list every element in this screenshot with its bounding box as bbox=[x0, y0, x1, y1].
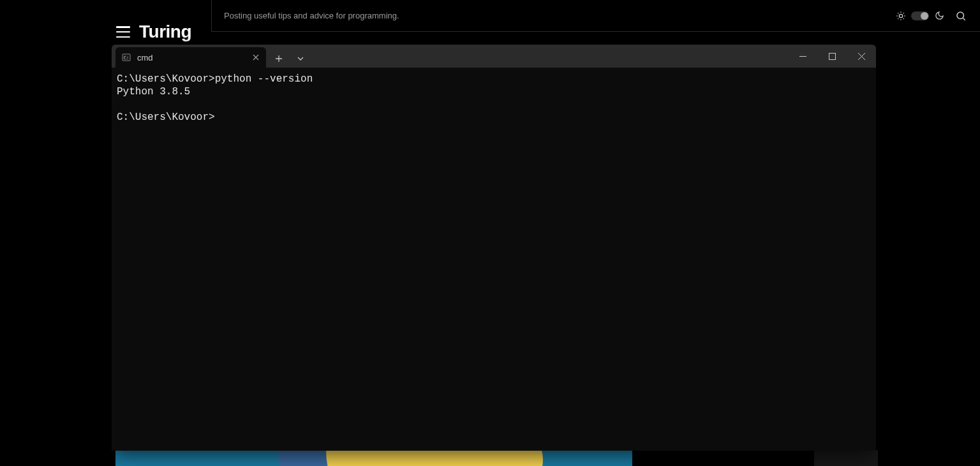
terminal-window: C: cmd bbox=[112, 45, 876, 451]
svg-text:C:: C: bbox=[124, 55, 129, 61]
background-image-peek bbox=[115, 450, 632, 466]
close-tab-icon[interactable] bbox=[251, 52, 261, 62]
header-icons bbox=[895, 10, 967, 22]
toggle-track[interactable] bbox=[911, 11, 929, 20]
terminal-line: Python 3.8.5 bbox=[117, 86, 190, 98]
svg-line-4 bbox=[903, 18, 904, 18]
terminal-titlebar[interactable]: C: cmd bbox=[112, 45, 876, 68]
cmd-icon: C: bbox=[122, 53, 131, 62]
svg-line-7 bbox=[898, 18, 898, 18]
terminal-tab-cmd[interactable]: C: cmd bbox=[115, 47, 266, 68]
svg-line-3 bbox=[898, 13, 898, 13]
terminal-line: C:\Users\Kovoor> bbox=[117, 112, 215, 123]
svg-point-9 bbox=[957, 12, 964, 19]
sidebar-peek bbox=[814, 450, 878, 466]
close-window-button[interactable] bbox=[847, 45, 876, 68]
maximize-button[interactable] bbox=[817, 45, 847, 68]
terminal-tab-label: cmd bbox=[137, 53, 153, 62]
svg-line-8 bbox=[903, 13, 904, 13]
minimize-button[interactable] bbox=[788, 45, 817, 68]
site-tagline-row: Posting useful tips and advice for progr… bbox=[211, 0, 980, 32]
svg-point-0 bbox=[899, 14, 902, 17]
new-tab-button[interactable] bbox=[270, 50, 288, 68]
svg-rect-18 bbox=[829, 53, 835, 59]
terminal-body[interactable]: C:\Users\Kovoor>python --version Python … bbox=[112, 68, 876, 451]
terminal-tabs: C: cmd bbox=[112, 45, 266, 68]
site-logo[interactable]: Turing bbox=[139, 23, 191, 41]
hamburger-menu-icon[interactable] bbox=[116, 26, 130, 38]
sun-icon bbox=[895, 10, 907, 22]
moon-icon bbox=[933, 10, 946, 22]
terminal-line: C:\Users\Kovoor>python --version bbox=[117, 73, 313, 85]
theme-toggle[interactable] bbox=[895, 10, 946, 22]
tab-controls bbox=[266, 50, 313, 68]
window-controls bbox=[788, 45, 876, 68]
tab-dropdown-button[interactable] bbox=[292, 50, 309, 68]
search-icon[interactable] bbox=[954, 10, 967, 22]
site-tagline: Posting useful tips and advice for progr… bbox=[224, 11, 399, 20]
svg-line-10 bbox=[963, 18, 965, 20]
